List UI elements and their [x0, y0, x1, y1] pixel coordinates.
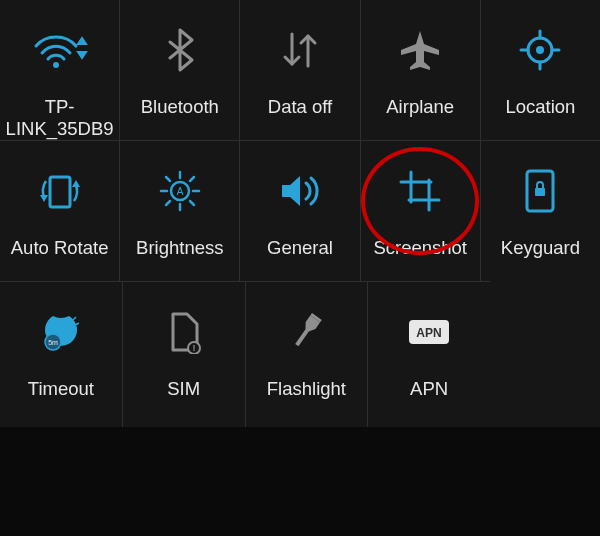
flashlight-label: Flashlight	[263, 378, 350, 400]
bluetooth-icon	[152, 22, 208, 78]
wifi-tile[interactable]: TP- LINK_35DB9	[0, 0, 119, 140]
apn-icon: APN	[401, 304, 457, 360]
flashlight-icon	[278, 304, 334, 360]
svg-marker-13	[72, 180, 80, 187]
wifi-icon	[32, 22, 88, 78]
sim-tile[interactable]: ! SIM	[122, 282, 245, 427]
bluetooth-label: Bluetooth	[137, 96, 223, 118]
svg-marker-12	[40, 195, 48, 202]
svg-rect-11	[50, 177, 70, 207]
sim-icon: !	[156, 304, 212, 360]
flashlight-tile[interactable]: Flashlight	[245, 282, 368, 427]
svg-point-6	[536, 46, 544, 54]
svg-text:A: A	[176, 186, 183, 197]
timeout-tile[interactable]: 5m Timeout	[0, 282, 122, 427]
data-label: Data off	[264, 96, 336, 118]
data-icon	[272, 22, 328, 78]
sound-profile-label: General	[263, 237, 337, 259]
data-tile[interactable]: Data off	[239, 0, 359, 140]
quick-settings-panel: TP- LINK_35DB9 Bluetooth	[0, 0, 600, 427]
svg-line-23	[190, 177, 194, 181]
airplane-tile[interactable]: Airplane	[360, 0, 480, 140]
keyguard-icon	[512, 163, 568, 219]
location-icon	[512, 22, 568, 78]
bluetooth-tile[interactable]: Bluetooth	[119, 0, 239, 140]
screenshot-icon	[392, 163, 448, 219]
keyguard-tile[interactable]: Keyguard	[480, 141, 600, 281]
keyguard-label: Keyguard	[497, 237, 584, 259]
svg-rect-29	[535, 188, 545, 196]
svg-marker-2	[78, 52, 86, 58]
svg-text:APN: APN	[416, 326, 441, 340]
screenshot-tile[interactable]: Screenshot	[360, 141, 480, 281]
wifi-label: TP- LINK_35DB9	[2, 96, 118, 140]
svg-point-0	[53, 62, 59, 68]
apn-label: APN	[406, 378, 452, 400]
brightness-tile[interactable]: A Brightness	[119, 141, 239, 281]
svg-line-21	[190, 201, 194, 205]
apn-tile[interactable]: APN APN	[367, 282, 490, 427]
volume-icon	[272, 163, 328, 219]
screenshot-label: Screenshot	[369, 237, 471, 259]
svg-line-33	[75, 323, 79, 325]
svg-line-32	[73, 317, 76, 320]
tile-row-2: Auto Rotate A	[0, 140, 600, 281]
brightness-label: Brightness	[132, 237, 227, 259]
location-tile[interactable]: Location	[480, 0, 600, 140]
svg-text:5m: 5m	[48, 339, 58, 346]
brightness-icon: A	[152, 163, 208, 219]
svg-line-20	[166, 177, 170, 181]
airplane-label: Airplane	[382, 96, 458, 118]
auto-rotate-icon	[32, 163, 88, 219]
sound-profile-tile[interactable]: General	[239, 141, 359, 281]
svg-text:!: !	[192, 343, 195, 353]
auto-rotate-tile[interactable]: Auto Rotate	[0, 141, 119, 281]
svg-line-22	[166, 201, 170, 205]
timeout-icon: 5m	[33, 304, 89, 360]
airplane-icon	[392, 22, 448, 78]
sim-label: SIM	[163, 378, 204, 400]
location-label: Location	[501, 96, 579, 118]
tile-row-3: 5m Timeout ! SIM	[0, 281, 490, 427]
svg-marker-1	[78, 38, 86, 44]
tile-row-1: TP- LINK_35DB9 Bluetooth	[0, 0, 600, 140]
auto-rotate-label: Auto Rotate	[7, 237, 113, 259]
timeout-label: Timeout	[24, 378, 98, 400]
